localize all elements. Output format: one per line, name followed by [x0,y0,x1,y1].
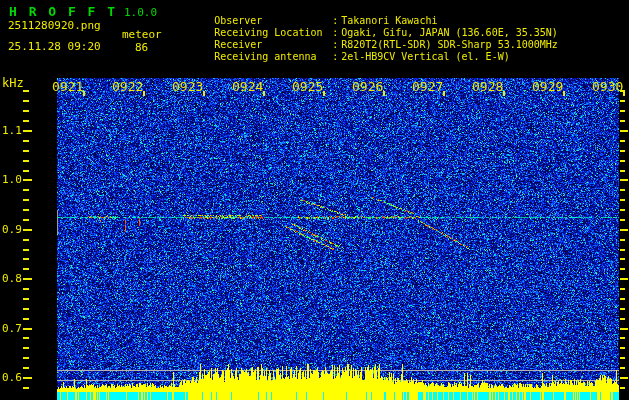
time-label: 0926 [352,79,383,94]
freq-tick-label: 1.0 [2,173,22,186]
mode-label: meteor [122,28,162,41]
info-row-antenna: Receiving antenna:2el-HB9CV Vertical (el… [178,40,510,73]
freq-axis-unit-label: kHz [2,76,24,90]
info-colon: : [332,51,341,62]
info-label: Receiving antenna [214,51,332,62]
app-version: 1.0.0 [124,6,157,19]
time-label: 0923 [172,79,203,94]
time-label: 0922 [112,79,143,94]
datetime-label: 25.11.28 09:20 [8,40,101,53]
time-label: 0928 [472,79,503,94]
freq-tick-label: 0.6 [2,371,22,384]
freq-tick-label: 0.8 [2,272,22,285]
time-label: 0927 [412,79,443,94]
hrofft-window: H R O F F T 1.0.0 2511280920.png meteor … [0,0,629,400]
output-filename: 2511280920.png [8,19,101,32]
time-label: 0930 [592,79,623,94]
time-label: 0925 [292,79,323,94]
info-value: 2el-HB9CV Vertical (el. E-W) [341,51,510,62]
freq-tick-label: 0.9 [2,223,22,236]
time-label: 0921 [52,79,83,94]
meteor-count: 86 [135,41,148,54]
freq-tick-label: 0.7 [2,322,22,335]
time-label: 0924 [232,79,263,94]
time-label: 0929 [532,79,563,94]
freq-tick-label: 1.1 [2,124,22,137]
app-title: H R O F F T [9,4,117,19]
